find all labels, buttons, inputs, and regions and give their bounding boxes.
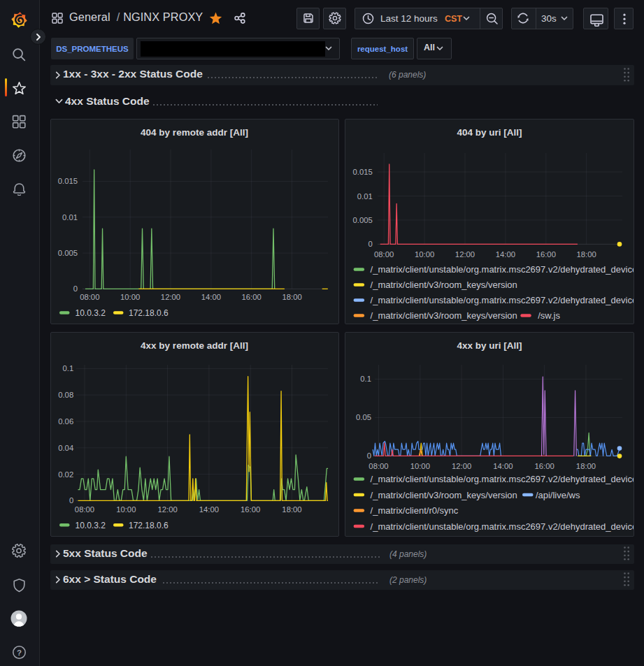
svg-text:0.005: 0.005 [58, 249, 78, 257]
svg-text:16:00: 16:00 [242, 293, 262, 301]
svg-text:/api/live/ws: /api/live/ws [536, 490, 580, 500]
svg-text:14:00: 14:00 [201, 293, 221, 301]
svg-text:18:00: 18:00 [282, 505, 301, 514]
svg-text:18:00: 18:00 [282, 293, 301, 301]
svg-text:14:00: 14:00 [199, 505, 219, 514]
svg-text:08:00: 08:00 [80, 293, 99, 301]
svg-text:16:00: 16:00 [536, 250, 556, 259]
svg-text:404 by remote addr [All]: 404 by remote addr [All] [141, 127, 248, 138]
svg-text:0.1: 0.1 [360, 375, 371, 383]
svg-text:/_matrix/client/unstable/org.m: /_matrix/client/unstable/org.matrix.msc2… [371, 264, 634, 275]
svg-text:14:00: 14:00 [496, 250, 515, 259]
svg-text:4xx by uri [All]: 4xx by uri [All] [457, 340, 522, 351]
svg-text:0.01: 0.01 [62, 213, 78, 222]
svg-text:10:00: 10:00 [120, 293, 140, 301]
svg-text:4xx by remote addr [All]: 4xx by remote addr [All] [141, 340, 248, 351]
svg-text:0.015: 0.015 [353, 168, 373, 176]
svg-text:08:00: 08:00 [368, 462, 388, 470]
svg-text:14:00: 14:00 [493, 462, 513, 470]
svg-text:/_matrix/client/unstable/org.m: /_matrix/client/unstable/org.matrix.msc2… [371, 521, 634, 532]
svg-text:0.06: 0.06 [58, 417, 73, 426]
svg-text:0.04: 0.04 [58, 444, 73, 452]
svg-text:0.02: 0.02 [58, 470, 73, 479]
svg-text:/_matrix/client/v3/room_keys/v: /_matrix/client/v3/room_keys/version [371, 310, 517, 321]
svg-text:16:00: 16:00 [535, 462, 554, 470]
svg-text:12:00: 12:00 [455, 250, 475, 259]
svg-text:08:00: 08:00 [75, 505, 94, 514]
svg-text:12:00: 12:00 [161, 293, 180, 301]
svg-text:/_matrix/client/unstable/org.m: /_matrix/client/unstable/org.matrix.msc2… [371, 295, 634, 305]
svg-text:0.1: 0.1 [62, 364, 73, 372]
svg-text:0.08: 0.08 [58, 391, 73, 399]
svg-text:172.18.0.6: 172.18.0.6 [129, 308, 169, 318]
svg-text:0.01: 0.01 [357, 192, 373, 201]
svg-text:0: 0 [367, 451, 371, 460]
svg-text:0: 0 [73, 284, 78, 293]
svg-text:172.18.0.6: 172.18.0.6 [129, 521, 169, 530]
svg-text:16:00: 16:00 [241, 505, 260, 514]
svg-text:?: ? [17, 649, 22, 657]
svg-text:/_matrix/client/v3/room_keys/v: /_matrix/client/v3/room_keys/version [371, 280, 517, 290]
svg-text:10:00: 10:00 [116, 505, 136, 514]
svg-text:18:00: 18:00 [576, 462, 596, 470]
svg-text:18:00: 18:00 [577, 250, 596, 259]
svg-text:10:00: 10:00 [410, 462, 430, 470]
svg-text:/sw.js: /sw.js [538, 310, 560, 321]
svg-text:0.05: 0.05 [356, 413, 371, 421]
svg-text:12:00: 12:00 [157, 505, 177, 514]
svg-text:0.005: 0.005 [353, 216, 373, 224]
svg-text:/_matrix/client/unstable/org.m: /_matrix/client/unstable/org.matrix.msc2… [371, 474, 634, 484]
svg-text:10.0.3.2: 10.0.3.2 [76, 521, 106, 530]
svg-text:/_matrix/client/v3/room_keys/v: /_matrix/client/v3/room_keys/version [371, 490, 517, 500]
svg-text:10.0.3.2: 10.0.3.2 [76, 308, 106, 318]
svg-text:10:00: 10:00 [415, 250, 434, 259]
svg-text:404 by uri [All]: 404 by uri [All] [457, 127, 522, 138]
svg-text:0: 0 [69, 496, 73, 505]
svg-text:0: 0 [368, 240, 373, 248]
svg-text:/_matrix/client/r0/sync: /_matrix/client/r0/sync [371, 505, 459, 516]
svg-text:08:00: 08:00 [374, 250, 394, 259]
svg-text:12:00: 12:00 [452, 462, 471, 470]
svg-text:0.015: 0.015 [58, 177, 78, 185]
